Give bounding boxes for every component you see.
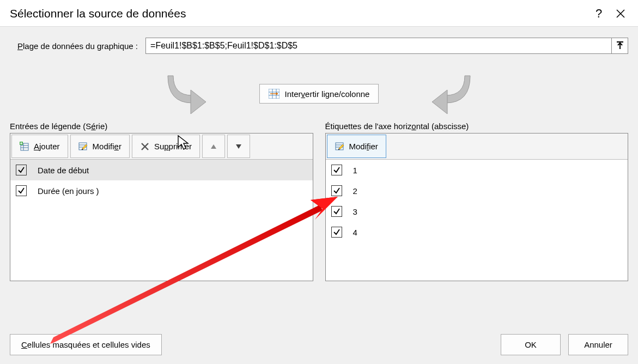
close-icon: [616, 9, 625, 19]
edit-axis-labels-icon: [335, 142, 345, 151]
chart-data-range-input[interactable]: [146, 38, 611, 53]
axis-label-text: 3: [353, 207, 357, 216]
legend-series-column: Entrées de légende (Série): [10, 122, 313, 281]
switch-row-column-label: Intervertir ligne/colonne: [285, 89, 370, 99]
triangle-down-icon: [235, 144, 242, 149]
chart-data-range-row: Plage de données du graphique :: [10, 38, 628, 54]
series-checkbox[interactable]: [16, 185, 27, 196]
svg-point-28: [338, 148, 339, 149]
swap-row: Intervertir ligne/colonne: [10, 75, 628, 113]
move-series-up-button[interactable]: [202, 135, 225, 158]
ok-button[interactable]: OK: [501, 334, 561, 355]
axis-label-text: 2: [353, 186, 357, 196]
axis-label-text: 4: [353, 228, 357, 237]
legend-series-panel: Ajouter: [10, 133, 313, 281]
edit-axis-labels-button[interactable]: Modifier: [327, 135, 386, 158]
flow-arrow-left-icon: [162, 70, 239, 119]
axis-labels-header: Étiquettes de l'axe horizontal (abscisse…: [325, 122, 629, 131]
flow-arrow-right-icon: [399, 70, 476, 119]
titlebar: Sélectionner la source de données ?: [0, 0, 638, 26]
axis-label-checkbox[interactable]: [331, 227, 342, 238]
axis-label-item[interactable]: 1: [326, 160, 628, 180]
legend-series-item[interactable]: Date de début: [10, 160, 313, 180]
remove-series-button[interactable]: Supprimer: [132, 135, 200, 158]
cancel-button[interactable]: Annuler: [568, 334, 628, 355]
dialog-footer: Cellules masquées et cellules vides OK A…: [10, 334, 628, 355]
axis-labels-list[interactable]: 1 2 3: [326, 160, 628, 281]
axis-labels-panel: Modifier 1 2: [325, 133, 629, 281]
edit-series-label: Modifier: [93, 142, 121, 151]
add-series-icon: [20, 142, 29, 151]
edit-axis-labels-label: Modifier: [349, 142, 378, 151]
legend-series-header: Entrées de légende (Série): [10, 122, 313, 131]
remove-series-label: Supprimer: [154, 142, 192, 151]
switch-row-column-icon: [269, 89, 279, 99]
close-button[interactable]: [610, 9, 631, 19]
collapse-range-icon: [616, 41, 624, 50]
legend-series-list[interactable]: Date de début Durée (en jours ): [10, 160, 313, 281]
switch-row-column-button[interactable]: Intervertir ligne/colonne: [259, 84, 379, 104]
hidden-empty-cells-button[interactable]: Cellules masquées et cellules vides: [10, 334, 162, 355]
chart-data-range-label: Plage de données du graphique :: [10, 41, 138, 51]
axis-labels-toolbar: Modifier: [326, 134, 628, 160]
legend-series-toolbar: Ajouter: [10, 134, 313, 160]
series-label: Date de début: [38, 166, 89, 175]
svg-marker-24: [236, 144, 241, 149]
axis-label-checkbox[interactable]: [331, 165, 342, 175]
chart-data-range-field-wrap: [145, 38, 628, 54]
axis-label-item[interactable]: 3: [326, 201, 628, 222]
add-series-button[interactable]: Ajouter: [11, 135, 68, 158]
svg-point-20: [81, 148, 82, 149]
remove-series-icon: [140, 142, 150, 151]
axis-label-checkbox[interactable]: [331, 185, 342, 196]
axis-label-text: 1: [353, 166, 357, 175]
series-checkbox[interactable]: [16, 165, 27, 175]
triangle-up-icon: [210, 144, 217, 149]
add-series-label: Ajouter: [34, 142, 60, 151]
series-axis-columns: Entrées de légende (Série): [10, 122, 628, 281]
axis-label-item[interactable]: 2: [326, 180, 628, 201]
axis-label-item[interactable]: 4: [326, 222, 628, 242]
collapse-range-button[interactable]: [611, 38, 628, 53]
dialog-title: Sélectionner la source de données: [10, 7, 588, 20]
axis-labels-column: Étiquettes de l'axe horizontal (abscisse…: [325, 122, 629, 281]
svg-marker-23: [211, 144, 216, 149]
dialog-body: Plage de données du graphique :: [0, 26, 638, 364]
edit-series-button[interactable]: Modifier: [70, 135, 130, 158]
svg-marker-9: [276, 92, 278, 95]
series-label: Durée (en jours ): [38, 186, 99, 196]
legend-series-item[interactable]: Durée (en jours ): [10, 180, 313, 201]
help-button[interactable]: ?: [588, 7, 610, 21]
axis-label-checkbox[interactable]: [331, 206, 342, 217]
edit-series-icon: [78, 142, 88, 151]
move-series-down-button[interactable]: [227, 135, 250, 158]
